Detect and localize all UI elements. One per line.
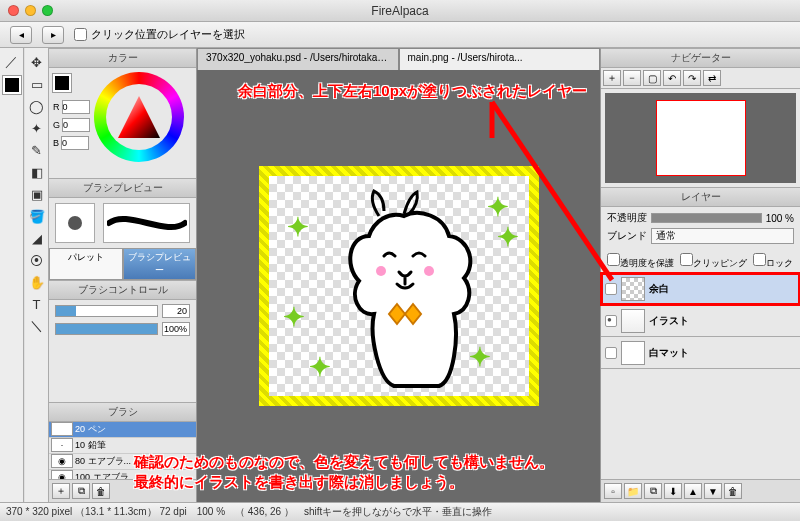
color-panel-header: カラー <box>49 48 196 68</box>
blend-mode-select[interactable]: 通常 <box>651 228 794 244</box>
annotation-margin-layer: 余白部分、上下左右10pxが塗りつぶされたレイヤー <box>238 82 587 101</box>
brush-list-header: ブラシ <box>49 402 196 422</box>
tab-palette[interactable]: パレット <box>49 248 123 280</box>
brush-thumb-icon: ● <box>51 422 73 436</box>
b-label: B <box>53 138 59 148</box>
layer-down-icon[interactable]: ▼ <box>704 483 722 499</box>
rotate-left-icon[interactable]: ↶ <box>663 70 681 86</box>
annotation-arrow-icon <box>482 98 622 288</box>
top-toolbar: ◂ ▸ クリック位置のレイヤーを選択 <box>0 22 800 48</box>
eraser-tool-icon[interactable]: ◧ <box>27 162 47 182</box>
r-label: R <box>53 102 60 112</box>
pen-tool-icon[interactable]: ✎ <box>27 140 47 160</box>
navigator-view[interactable] <box>605 93 796 183</box>
brush-tip-icon <box>55 203 95 243</box>
brush-opacity-slider[interactable] <box>55 323 158 335</box>
fg-color[interactable] <box>53 74 71 92</box>
traffic-lights <box>8 5 53 16</box>
svg-point-0 <box>376 266 386 276</box>
layer-thumb-icon <box>621 277 645 301</box>
select-layer-at-click[interactable]: クリック位置のレイヤーを選択 <box>74 27 245 42</box>
brush-preview-header: ブラシプレビュー <box>49 178 196 198</box>
bucket-tool-icon[interactable]: 🪣 <box>27 206 47 226</box>
layer-opacity-slider[interactable] <box>651 213 762 223</box>
tool-column-1: ／ <box>0 48 24 502</box>
brush-size-slider[interactable] <box>55 305 158 317</box>
new-layer-icon[interactable]: ▫ <box>604 483 622 499</box>
undo-button[interactable]: ◂ <box>10 26 32 44</box>
layer-name: 余白 <box>649 282 669 296</box>
brush-thumb-icon: ◉ <box>51 470 73 479</box>
fit-icon[interactable]: ▢ <box>643 70 661 86</box>
select-layer-checkbox[interactable] <box>74 28 87 41</box>
line-tool-icon[interactable]: ＼ <box>27 316 47 336</box>
brush-opacity-value[interactable] <box>162 322 190 336</box>
g-label: G <box>53 120 60 130</box>
navigator-thumb <box>656 100 746 176</box>
brush-row[interactable]: ●20 ペン <box>49 422 196 438</box>
color-wheel[interactable] <box>94 72 184 162</box>
move-tool-icon[interactable]: ✥ <box>27 52 47 72</box>
fill-tool-icon[interactable]: ▣ <box>27 184 47 204</box>
brush-thumb-icon: · <box>51 438 73 452</box>
select-layer-label: クリック位置のレイヤーを選択 <box>91 27 245 42</box>
lasso-tool-icon[interactable]: ◯ <box>27 96 47 116</box>
svg-text:✦: ✦ <box>283 302 305 332</box>
zoom-out-icon[interactable]: － <box>623 70 641 86</box>
zoom-icon[interactable] <box>42 5 53 16</box>
tab-brush-preview[interactable]: ブラシプレビュー <box>123 248 197 280</box>
opacity-value: 100 % <box>766 213 794 224</box>
new-folder-icon[interactable]: 📁 <box>624 483 642 499</box>
add-brush-icon[interactable]: ＋ <box>52 483 70 499</box>
close-icon[interactable] <box>8 5 19 16</box>
clipping[interactable]: クリッピング <box>680 253 747 270</box>
text-tool-icon[interactable]: T <box>27 294 47 314</box>
redo-button[interactable]: ▸ <box>42 26 64 44</box>
lock[interactable]: ロック <box>753 253 793 270</box>
hand-tool-icon[interactable]: ✋ <box>27 272 47 292</box>
svg-line-9 <box>492 102 612 280</box>
brush-tool-icon[interactable]: ／ <box>2 52 22 72</box>
layer-row-whitematte[interactable]: 白マット <box>601 337 800 369</box>
svg-text:✦: ✦ <box>309 352 331 382</box>
layer-name: 白マット <box>649 346 689 360</box>
layer-row-illust[interactable]: イラスト <box>601 305 800 337</box>
layer-row-yohaku[interactable]: 余白 <box>601 273 800 305</box>
zoom-in-icon[interactable]: ＋ <box>603 70 621 86</box>
brush-stroke-icon <box>103 203 190 243</box>
select-tool-icon[interactable]: ▭ <box>27 74 47 94</box>
dup-brush-icon[interactable]: ⧉ <box>72 483 90 499</box>
status-bar: 370 * 320 pixel （13.1 * 11.3cm） 72 dpi 1… <box>0 502 800 521</box>
layer-name: イラスト <box>649 314 689 328</box>
svg-text:✦: ✦ <box>469 342 491 372</box>
layer-thumb-icon <box>621 309 645 333</box>
color-swatch[interactable] <box>3 76 21 94</box>
brush-thumb-icon: ◉ <box>51 454 73 468</box>
brush-size-value[interactable] <box>162 304 190 318</box>
window-title: FireAlpaca <box>0 4 800 18</box>
layer-up-icon[interactable]: ▲ <box>684 483 702 499</box>
visibility-toggle-icon[interactable] <box>605 315 617 327</box>
gradient-tool-icon[interactable]: ◢ <box>27 228 47 248</box>
layer-list: 余白 イラスト 白マット <box>601 273 800 479</box>
rotate-right-icon[interactable]: ↷ <box>683 70 701 86</box>
document-tab[interactable]: 370x320_yohaku.psd - /Users/hirotakazuto… <box>197 48 399 70</box>
flip-icon[interactable]: ⇄ <box>703 70 721 86</box>
layers-header: レイヤー <box>601 187 800 207</box>
minimize-icon[interactable] <box>25 5 36 16</box>
svg-point-1 <box>424 266 434 276</box>
del-brush-icon[interactable]: 🗑 <box>92 483 110 499</box>
document-tab-active[interactable]: main.png - /Users/hirota... <box>399 48 601 70</box>
g-input[interactable] <box>62 118 90 132</box>
wand-tool-icon[interactable]: ✦ <box>27 118 47 138</box>
visibility-toggle-icon[interactable] <box>605 347 617 359</box>
svg-text:✦: ✦ <box>287 212 309 242</box>
r-input[interactable] <box>62 100 90 114</box>
dup-layer-icon[interactable]: ⧉ <box>644 483 662 499</box>
brush-control-header: ブラシコントロール <box>49 280 196 300</box>
eyedrop-tool-icon[interactable]: ⦿ <box>27 250 47 270</box>
brush-preview <box>49 198 196 248</box>
delete-layer-icon[interactable]: 🗑 <box>724 483 742 499</box>
merge-layer-icon[interactable]: ⬇ <box>664 483 682 499</box>
b-input[interactable] <box>61 136 89 150</box>
